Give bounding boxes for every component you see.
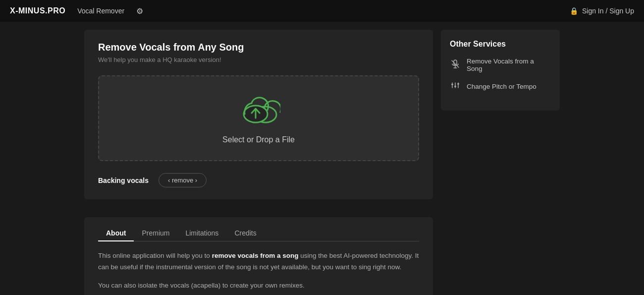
- tab-limitations[interactable]: Limitations: [177, 225, 226, 241]
- sign-in-label[interactable]: Sign In / Sign Up: [582, 7, 634, 15]
- about-para1-bold: remove vocals from a song: [212, 252, 299, 259]
- tab-credits[interactable]: Credits: [226, 225, 264, 241]
- header: X-MINUS.PRO Vocal Remover ⚙ 🔒 Sign In / …: [0, 0, 644, 22]
- svg-rect-11: [454, 86, 456, 87]
- right-panel-title: Other Services: [450, 40, 551, 49]
- backing-vocals-label: Backing vocals: [98, 177, 149, 184]
- upload-panel: Remove Vocals from Any Song We'll help y…: [84, 30, 433, 199]
- lock-icon: 🔒: [570, 7, 578, 15]
- tab-premium[interactable]: Premium: [134, 225, 177, 241]
- about-para2: You can also isolate the vocals (acapell…: [98, 280, 419, 292]
- main-content: Remove Vocals from Any Song We'll help y…: [0, 22, 644, 295]
- about-para1: This online application will help you to…: [98, 250, 419, 273]
- svg-rect-10: [451, 84, 453, 85]
- service-change-pitch-label: Change Pitch or Tempo: [467, 83, 537, 90]
- svg-rect-12: [457, 83, 459, 85]
- gear-icon[interactable]: ⚙: [136, 6, 143, 16]
- header-left: X-MINUS.PRO Vocal Remover ⚙: [10, 6, 143, 16]
- header-right[interactable]: 🔒 Sign In / Sign Up: [570, 7, 634, 15]
- tabs-header: About Premium Limitations Credits: [98, 225, 419, 241]
- nav-vocal-remover[interactable]: Vocal Remover: [77, 7, 124, 15]
- panel-title: Remove Vocals from Any Song: [98, 42, 419, 53]
- logo: X-MINUS.PRO: [10, 6, 65, 15]
- panel-subtitle: We'll help you make a HQ karaoke version…: [98, 56, 419, 63]
- upload-text: Select or Drop a File: [222, 135, 295, 144]
- tabs-section: About Premium Limitations Credits This o…: [84, 217, 433, 295]
- mic-off-icon: [450, 59, 461, 71]
- right-panel: Other Services Remove Vocals from a Song: [441, 30, 560, 111]
- tune-icon: [450, 80, 461, 93]
- backing-vocals-row: Backing vocals ‹ remove ›: [98, 173, 419, 187]
- tab-about-content: This online application will help you to…: [98, 250, 419, 295]
- service-change-pitch[interactable]: Change Pitch or Tempo: [450, 80, 551, 93]
- about-para1-pre: This online application will help you to: [98, 252, 212, 259]
- upload-cloud-icon: [237, 92, 280, 128]
- service-remove-vocals-label: Remove Vocals from a Song: [467, 58, 551, 72]
- remove-button[interactable]: ‹ remove ›: [159, 173, 207, 187]
- service-remove-vocals[interactable]: Remove Vocals from a Song: [450, 58, 551, 72]
- upload-area[interactable]: Select or Drop a File: [98, 75, 419, 161]
- tab-about[interactable]: About: [98, 225, 134, 241]
